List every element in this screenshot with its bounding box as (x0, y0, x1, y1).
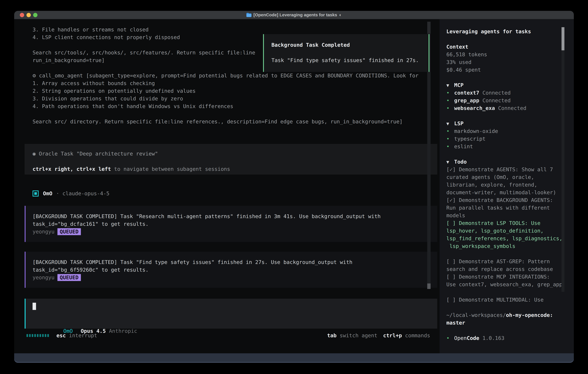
todo-line-done: models (446, 212, 574, 219)
mcp-item-name: context7 (454, 90, 479, 96)
titlebar: [OpenCode] Leveraging agents for tasks ◐ (14, 11, 574, 19)
todo-line-done: Run parallel tasks with different (446, 204, 574, 212)
sidebar-blank (446, 303, 574, 311)
bullet-icon: • (446, 135, 454, 143)
oracle-task-title: Oracle Task "Deep architecture review" (36, 151, 158, 157)
scrollback-line: 3. File handles or streams not closed (32, 26, 419, 33)
zoom-button[interactable] (33, 13, 37, 17)
context-used: 33% used (446, 58, 574, 66)
todo-line-done: document-writer, multimodal-looker) (446, 189, 574, 196)
lsp-item-name: eslint (454, 144, 473, 149)
todo-line-active: [ ] Demonstrate LSP TOOLS: Use (446, 219, 574, 227)
ctrl-p-key-hint: ctrl+p (383, 332, 402, 338)
sidebar-blank (446, 327, 574, 334)
scrollback-line: 2. String operations on potentially unde… (32, 87, 419, 95)
chevron-down-icon: ▼ (446, 158, 454, 166)
todo-line-active: lsp_hover, lsp_goto_definition, (446, 227, 574, 235)
todo-line-done: curated agents (OmO, oracle, (446, 173, 574, 181)
tool-call-line: ⚙ call_omo_agent [subagent_type=explore,… (32, 72, 419, 79)
workspace-branch-line: master (446, 319, 574, 327)
background-task-message: [BACKGROUND TASK COMPLETED] Task "Resear… (25, 206, 437, 242)
lsp-item-name: typescript (454, 136, 485, 142)
tool-call-text: call_omo_agent [subagent_type=explore, p… (36, 73, 419, 79)
gear-icon: ⚙ (32, 72, 36, 79)
prompt-input[interactable]: OmOOpus 4.5Anthropic (25, 299, 437, 329)
scrollback-line: 4. Path operations that don't handle Win… (32, 102, 419, 110)
task-message-line: [BACKGROUND TASK COMPLETED] Task "Find t… (32, 258, 437, 266)
scrollback-line: 3. Division operations that could divide… (32, 95, 419, 102)
bullet-icon: • (446, 89, 454, 97)
notification-toast[interactable]: Background Task Completed Task "Find typ… (263, 34, 430, 72)
chevron-down-icon: ▼ (446, 120, 454, 128)
task-message-line: [BACKGROUND TASK COMPLETED] Task "Resear… (32, 212, 437, 220)
workspace-path-prefix: ~/local-workspaces/ (446, 312, 506, 318)
todo-line-pending: [ ] Demonstrate MCP INTEGRATIONS: (446, 273, 574, 280)
context-tokens: 66,518 tokens (446, 51, 574, 58)
folder-icon (246, 13, 252, 17)
workspace-repo: oh-my-opencode: (506, 312, 553, 318)
main-scrollbar-thumb[interactable] (427, 283, 430, 289)
oracle-blank (32, 157, 437, 165)
close-button[interactable] (20, 13, 24, 17)
opencode-window: [OpenCode] Leveraging agents for tasks ◐… (14, 11, 574, 363)
scrollback-line: Search src/ directory. Return specific f… (32, 118, 419, 125)
status-badge: QUEUED (57, 228, 81, 235)
bullet-icon: • (446, 127, 454, 135)
lsp-section-header[interactable]: ▼LSP (446, 120, 574, 127)
scrollback-line-blank (32, 110, 419, 118)
lsp-item: •eslint (446, 143, 574, 150)
version-line: •OpenCode1.0.163 (446, 334, 574, 342)
mcp-item-name: grep_app (454, 97, 479, 104)
toast-title: Background Task Completed (272, 41, 429, 49)
chevron-down-icon: ▼ (446, 82, 454, 89)
todo-line-pending: search and replace across codebase (446, 265, 574, 273)
todo-line-pending: [ ] Demonstrate AST-GREP: Pattern (446, 258, 574, 265)
window-content: 3. File handles or streams not closed 4.… (14, 19, 574, 353)
status-badge: QUEUED (57, 274, 81, 281)
oracle-hint-line: ctrl+x right, ctrl+x left to navigate be… (32, 165, 437, 173)
mcp-section-header[interactable]: ▼MCP (446, 81, 574, 89)
toast-body: Task "Find type safety issues" finished … (272, 56, 429, 64)
sidebar-blank (446, 112, 574, 120)
sidebar-scrollbar[interactable] (562, 27, 564, 292)
input-model-row: OmOOpus 4.5Anthropic (32, 320, 137, 327)
todo-section-header[interactable]: ▼Todo (446, 158, 574, 166)
task-meta-line: yeongyuQUEUED (32, 228, 437, 235)
bullet-icon: • (446, 97, 454, 104)
minimize-button[interactable] (26, 13, 31, 17)
session-state-icon: ◐ (339, 12, 342, 17)
background-task-message: [BACKGROUND TASK COMPLETED] Task "Find t… (25, 252, 437, 288)
bullet-icon: • (446, 143, 454, 150)
switch-agent-label: switch agent (340, 332, 377, 338)
lsp-item-name: markdown-oxide (454, 128, 498, 134)
bullet-icon: • (446, 334, 454, 342)
todo-line-active: lsp_find_references, lsp_diagnostics, (446, 235, 574, 242)
traffic-lights (20, 13, 37, 17)
sidebar-blank (446, 288, 574, 296)
commands-label: commands (405, 332, 430, 338)
workspace-branch: master (446, 320, 465, 326)
todo-line-pending: Use context7, websearch_exa, grep_app (446, 280, 574, 288)
app-name-regular: Open (454, 335, 467, 341)
sidebar-blank (446, 250, 574, 258)
mcp-item: •context7Connected (446, 89, 574, 97)
lsp-heading: LSP (454, 120, 463, 126)
record-icon: ◉ (32, 151, 36, 157)
main-scrollbar-cap (427, 22, 430, 33)
hint-shortcut-keys: ctrl+x right, ctrl+x left (32, 166, 111, 172)
sidebar-scrollbar-thumb[interactable] (562, 27, 564, 50)
sidebar-blank (446, 74, 574, 81)
lsp-item: •typescript (446, 135, 574, 143)
todo-line-done: librarian, explore, frontend, (446, 181, 574, 189)
todo-line-pending: [ ] Demonstrate MULTIMODAL: Use (446, 296, 574, 303)
app-version: 1.0.163 (482, 335, 504, 341)
todo-line-active: lsp_workspace_symbols (446, 242, 574, 250)
sidebar-blank (446, 35, 574, 43)
active-agent-line: OmO · claude-opus-4-5 (32, 190, 110, 197)
status-right-group: tab switch agentctrl+p commands (327, 332, 430, 338)
context-spent: $0.46 spent (446, 66, 574, 74)
app-name-bold: Code (467, 335, 479, 341)
session-sidebar: Leveraging agents for tasks Context 66,5… (440, 19, 574, 353)
scrollback-line: 1. Array access without bounds checking (32, 79, 419, 87)
mcp-heading: MCP (454, 82, 463, 88)
